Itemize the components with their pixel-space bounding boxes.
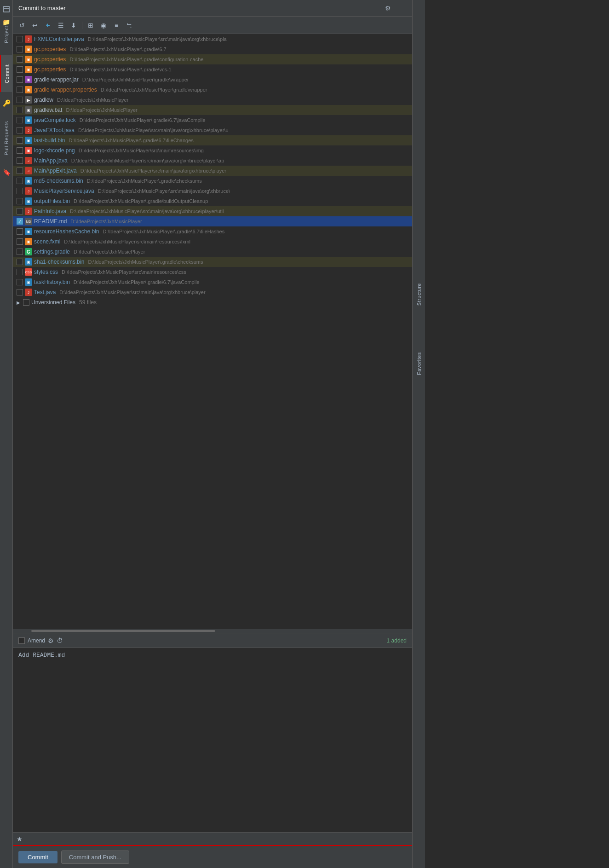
file-path: D:\IdeaProjects\JxhMusicPlayer\.gradle\c… — [87, 178, 202, 184]
file-checkbox-musicplayer[interactable] — [17, 188, 23, 194]
undo-button[interactable]: ↩ — [29, 20, 40, 31]
file-item-gradlewrapper-props[interactable]: ▣ gradle-wrapper.properties D:\IdeaProje… — [13, 85, 412, 95]
file-path: D:\IdeaProjects\JxhMusicPlayer\src\main\… — [71, 158, 224, 163]
file-item-styles[interactable]: CSS styles.css D:\IdeaProjects\JxhMusicP… — [13, 267, 412, 277]
structure-tab[interactable]: Structure — [413, 276, 425, 313]
file-item-sha1[interactable]: ▣ sha1-checksums.bin D:\IdeaProjects\Jxh… — [13, 257, 412, 267]
file-checkbox-styles[interactable] — [17, 269, 23, 275]
eye-button[interactable]: ◉ — [98, 20, 109, 31]
file-icon-properties: ▣ — [25, 46, 32, 53]
file-item-outputfiles[interactable]: ▣ outputFiles.bin D:\IdeaProjects\JxhMus… — [13, 196, 412, 206]
file-checkbox-lastbuild[interactable] — [17, 137, 23, 144]
star-icon[interactable]: ★ — [17, 835, 23, 843]
file-name: gc.properties — [34, 66, 66, 73]
file-checkbox-resourcehashes[interactable] — [17, 228, 23, 235]
file-item-taskhistory[interactable]: ▣ taskHistory.bin D:\IdeaProjects\JxhMus… — [13, 277, 412, 287]
file-checkbox-gradlewrapper[interactable] — [17, 76, 23, 83]
file-checkbox-test[interactable] — [17, 289, 23, 295]
file-item-test[interactable]: J Test.java D:\IdeaProjects\JxhMusicPlay… — [13, 287, 412, 297]
file-checkbox-readme[interactable] — [17, 218, 23, 225]
file-item-gradlew-bat[interactable]: ▣ gradlew.bat D:\IdeaProjects\JxhMusicPl… — [13, 105, 412, 115]
scrollbar-thumb[interactable] — [31, 630, 215, 632]
file-checkbox-gradlew-bat[interactable] — [17, 107, 23, 113]
minimize-button[interactable]: — — [396, 4, 407, 13]
file-checkbox-gradlewrapper-props[interactable] — [17, 87, 23, 93]
group-button[interactable]: ⊞ — [85, 20, 96, 31]
project-tab[interactable]: Project — [0, 18, 13, 51]
file-checkbox-javafxtool[interactable] — [17, 127, 23, 133]
file-item-mainapp[interactable]: J MainApp.java D:\IdeaProjects\JxhMusicP… — [13, 156, 412, 166]
file-checkbox-taskhistory[interactable] — [17, 279, 23, 285]
file-name: gradle-wrapper.properties — [34, 87, 97, 93]
file-item-resourcehashes[interactable]: ▣ resourceHashesCache.bin D:\IdeaProject… — [13, 226, 412, 237]
file-item-gc2[interactable]: ▣ gc.properties D:\IdeaProjects\JxhMusic… — [13, 54, 412, 64]
file-checkbox-settings[interactable] — [17, 249, 23, 255]
file-checkbox-fxmlcontroller[interactable] — [17, 36, 23, 42]
file-item-mainapp-exit[interactable]: J MainAppExit.java D:\IdeaProjects\JxhMu… — [13, 166, 412, 176]
action-buttons-bar: Commit Commit and Push... — [13, 845, 412, 868]
diff-button[interactable]: ☰ — [55, 20, 66, 31]
file-name: Test.java — [34, 289, 56, 295]
file-name: gradlew — [34, 97, 53, 103]
pull-requests-tab[interactable]: Pull Requests — [0, 115, 13, 161]
file-path: D:\IdeaProjects\JxhMusicPlayer\src\main\… — [62, 269, 186, 275]
horizontal-scrollbar[interactable] — [13, 629, 412, 633]
file-checkbox-sha1[interactable] — [17, 259, 23, 265]
vcs-action-button[interactable] — [42, 20, 53, 31]
amend-checkbox[interactable] — [18, 637, 25, 644]
file-checkbox-logo[interactable] — [17, 147, 23, 154]
file-checkbox-unversioned[interactable] — [23, 299, 29, 306]
file-item-lastbuild[interactable]: ▣ last-build.bin D:\IdeaProjects\JxhMusi… — [13, 135, 412, 145]
collapse-all-button[interactable]: ≒ — [124, 20, 135, 31]
file-checkbox-outputfiles[interactable] — [17, 198, 23, 204]
file-checkbox-gc1[interactable] — [17, 46, 23, 52]
file-item-fxmlcontroller[interactable]: J FXMLController.java D:\IdeaProjects\Jx… — [13, 34, 412, 44]
expand-all-button[interactable]: ≡ — [111, 20, 122, 31]
file-item-readme[interactable]: MD README.md D:\IdeaProjects\JxhMusicPla… — [13, 216, 412, 226]
commit-message-input[interactable]: Add README.md — [18, 652, 407, 698]
file-item-gc3[interactable]: ▣ gc.properties D:\IdeaProjects\JxhMusic… — [13, 64, 412, 75]
file-item-javacompile[interactable]: ▣ javaCompile.lock D:\IdeaProjects\JxhMu… — [13, 115, 412, 125]
file-icon-bin: ▣ — [25, 177, 32, 185]
file-checkbox-gc3[interactable] — [17, 66, 23, 73]
file-path: D:\IdeaProjects\JxhMusicPlayer\.gradle\6… — [69, 46, 166, 52]
file-item-gradlewrapper-jar[interactable]: ▣ gradle-wrapper.jar D:\IdeaProjects\Jxh… — [13, 75, 412, 85]
bookmark-icon[interactable]: 🔖 — [0, 166, 13, 179]
refresh-button[interactable]: ↺ — [17, 20, 28, 31]
file-checkbox-gradlew[interactable] — [17, 97, 23, 103]
commit-and-push-button[interactable]: Commit and Push... — [61, 851, 129, 864]
file-item-settings[interactable]: G settings.gradle D:\IdeaProjects\JxhMus… — [13, 247, 412, 257]
download-button[interactable]: ⬇ — [68, 20, 79, 31]
file-name: PathInfo.java — [34, 208, 66, 214]
amend-gear-icon[interactable]: ⚙ — [48, 637, 54, 644]
file-item-gc1[interactable]: ▣ gc.properties D:\IdeaProjects\JxhMusic… — [13, 44, 412, 54]
commit-tab[interactable]: Commit — [0, 55, 13, 92]
amend-clock-icon[interactable]: ⏱ — [57, 637, 63, 644]
file-item-pathinfo[interactable]: J PathInfo.java D:\IdeaProjects\JxhMusic… — [13, 206, 412, 216]
file-item-javafxtool[interactable]: J JavaFXTool.java D:\IdeaProjects\JxhMus… — [13, 125, 412, 135]
file-icon-java: J — [25, 167, 32, 174]
file-checkbox-mainapp-exit[interactable] — [17, 168, 23, 174]
file-path: D:\IdeaProjects\JxhMusicPlayer — [57, 97, 128, 103]
file-item-gradlew[interactable]: ▶ gradlew D:\IdeaProjects\JxhMusicPlayer — [13, 95, 412, 105]
file-name: styles.css — [34, 269, 58, 275]
file-checkbox-scene[interactable] — [17, 238, 23, 245]
file-item-logo[interactable]: ▣ logo-xhcode.png D:\IdeaProjects\JxhMus… — [13, 145, 412, 156]
file-item-musicplayer[interactable]: J MusicPlayerService.java D:\IdeaProject… — [13, 186, 412, 196]
file-checkbox-mainapp[interactable] — [17, 157, 23, 164]
file-icon-bin: ▣ — [25, 116, 32, 124]
file-item-scene[interactable]: ▣ scene.fxml D:\IdeaProjects\JxhMusicPla… — [13, 237, 412, 247]
sidebar-icon-top[interactable] — [1, 4, 12, 15]
settings-button[interactable]: ⚙ — [383, 4, 393, 13]
vcs-icon[interactable]: 🔑 — [0, 97, 13, 110]
file-checkbox-pathinfo[interactable] — [17, 208, 23, 214]
unversioned-files-row[interactable]: ▶ Unversioned Files 59 files — [13, 297, 412, 307]
file-item-md5[interactable]: ▣ md5-checksums.bin D:\IdeaProjects\JxhM… — [13, 176, 412, 186]
file-icon-java: J — [25, 35, 32, 43]
expand-arrow-icon: ▶ — [17, 300, 20, 305]
file-checkbox-javacompile[interactable] — [17, 117, 23, 123]
file-checkbox-gc2[interactable] — [17, 56, 23, 63]
favorites-tab[interactable]: Favorites — [413, 345, 425, 382]
commit-button[interactable]: Commit — [18, 851, 57, 863]
file-checkbox-md5[interactable] — [17, 178, 23, 184]
